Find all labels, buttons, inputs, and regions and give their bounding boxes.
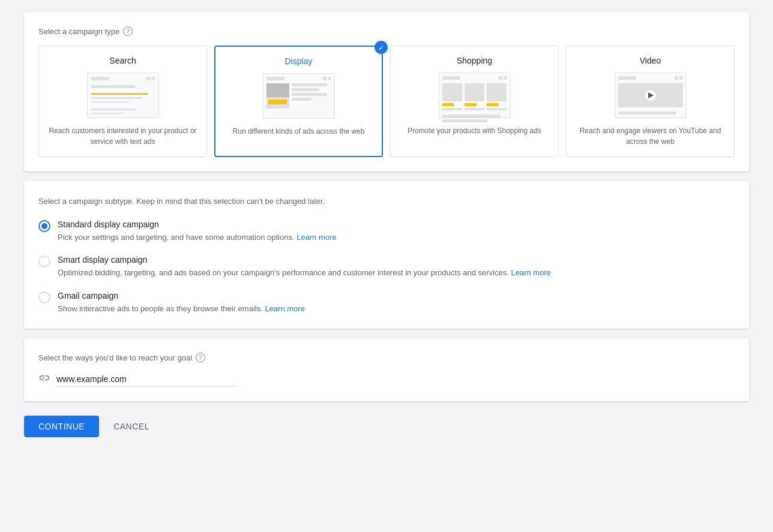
page-container: Select a campaign type ? Search (24, 12, 749, 442)
cancel-button[interactable]: CANCEL (104, 416, 159, 437)
video-player-thumb (618, 83, 683, 107)
campaign-subtype-section: Select a campaign subtype. Keep in mind … (24, 181, 749, 329)
subtype-gmail-content: Gmail campaign Show interactive ads to p… (58, 291, 305, 315)
campaign-type-search[interactable]: Search (38, 46, 207, 157)
continue-button[interactable]: CONTINUE (24, 416, 99, 437)
subtype-gmail-learn-more[interactable]: Learn more (265, 304, 304, 313)
subtype-standard-title: Standard display campaign (58, 220, 337, 229)
subtype-gmail-desc: Show interactive ads to people as they b… (58, 303, 305, 315)
subtype-smart-content: Smart display campaign Optimized bidding… (58, 255, 551, 279)
campaign-types-grid: Search (38, 46, 735, 157)
search-thumbnail (87, 73, 159, 118)
subtype-standard-radio[interactable] (38, 220, 50, 232)
search-type-name: Search (109, 56, 136, 65)
campaign-type-display[interactable]: ✓ Display (214, 46, 383, 157)
subtype-smart-learn-more[interactable]: Learn more (511, 268, 550, 277)
subtype-smart-title: Smart display campaign (58, 255, 551, 265)
shopping-type-name: Shopping (457, 56, 492, 65)
campaign-type-label: Select a campaign type ? (38, 26, 735, 36)
subtype-instruction: Select a campaign subtype. Keep in mind … (38, 196, 735, 208)
selected-checkmark: ✓ (374, 41, 388, 54)
goal-help-icon[interactable]: ? (196, 353, 205, 362)
link-icon (38, 372, 50, 387)
display-type-desc: Run different kinds of ads across the we… (233, 126, 365, 137)
subtype-gmail-title: Gmail campaign (58, 291, 305, 300)
subtype-standard-learn-more[interactable]: Learn more (296, 233, 336, 242)
goal-section: Select the ways you'd like to reach your… (24, 338, 749, 401)
subtype-standard-content: Standard display campaign Pick your sett… (58, 220, 337, 244)
website-url-input[interactable] (56, 372, 236, 387)
campaign-type-shopping[interactable]: Shopping (390, 46, 559, 157)
video-thumbnail (615, 73, 687, 118)
action-buttons: CONTINUE CANCEL (24, 411, 749, 442)
subtype-gmail-option[interactable]: Gmail campaign Show interactive ads to p… (38, 291, 735, 315)
website-input-row (38, 372, 735, 387)
search-type-desc: Reach customers interested in your produ… (49, 125, 197, 147)
shopping-thumbnail (439, 73, 511, 118)
subtype-gmail-radio[interactable] (38, 291, 50, 303)
campaign-type-video[interactable]: Video (566, 46, 735, 157)
display-thumbnail (263, 73, 335, 119)
subtype-smart-desc: Optimized bidding, targeting, and ads ba… (58, 267, 551, 279)
subtype-standard-desc: Pick your settings and targeting, and ha… (58, 232, 337, 244)
goal-label: Select the ways you'd like to reach your… (38, 353, 735, 362)
subtype-smart-radio[interactable] (38, 256, 50, 267)
video-type-name: Video (640, 56, 661, 65)
campaign-type-section: Select a campaign type ? Search (24, 12, 749, 172)
campaign-type-help-icon[interactable]: ? (123, 26, 133, 36)
video-type-desc: Reach and engage viewers on YouTube and … (576, 125, 724, 147)
subtype-smart-option[interactable]: Smart display campaign Optimized bidding… (38, 255, 735, 279)
display-thumb-image (266, 83, 289, 109)
display-type-name: Display (285, 56, 313, 66)
shopping-type-desc: Promote your products with Shopping ads (408, 125, 541, 136)
subtype-standard-option[interactable]: Standard display campaign Pick your sett… (38, 220, 735, 244)
video-play-button-thumb (645, 90, 656, 101)
